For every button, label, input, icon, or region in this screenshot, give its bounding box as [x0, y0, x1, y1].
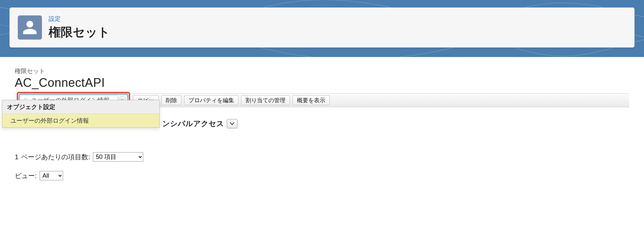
page-band: 設定 権限セット [0, 0, 644, 57]
page-header-texts: 設定 権限セット [49, 15, 110, 41]
breadcrumb-dropdown-button[interactable] [227, 119, 237, 128]
chevron-down-icon [230, 122, 234, 125]
section-title: AC_ConnectAPI [15, 76, 629, 90]
permission-set-icon [18, 15, 42, 40]
page-header-card: 設定 権限セット [9, 7, 635, 48]
page-eyebrow: 設定 [49, 15, 110, 23]
view-select[interactable]: All [40, 171, 63, 180]
edit-properties-button[interactable]: プロパティを編集 [184, 95, 238, 105]
search-suggest-panel: オブジェクト設定 ユーザーの外部ログイン情報 [2, 100, 160, 128]
page-size-row: 1 ページあたりの項目数: 50 項目 [15, 152, 629, 162]
section-label: 権限セット [15, 67, 629, 75]
page-size-count: 1 [15, 153, 18, 161]
breadcrumb-row: ンシパルアクセス [162, 119, 629, 129]
page-title: 権限セット [49, 24, 110, 41]
show-summary-button[interactable]: 概要を表示 [292, 95, 330, 105]
content: 権限セット AC_ConnectAPI コピー 削除 プロパティを編集 割り当て… [0, 57, 644, 180]
view-row: ビュー: All [15, 171, 629, 180]
page-size-label: ページあたりの項目数: [21, 153, 90, 162]
manage-assignments-button[interactable]: 割り当ての管理 [241, 95, 290, 105]
breadcrumb-fragment: ンシパルアクセス [162, 119, 224, 129]
suggest-item[interactable]: ユーザーの外部ログイン情報 [2, 114, 159, 127]
suggest-group-header: オブジェクト設定 [2, 100, 159, 114]
delete-button[interactable]: 削除 [161, 95, 181, 105]
lower-controls: 1 ページあたりの項目数: 50 項目 ビュー: All [15, 152, 629, 180]
view-label: ビュー: [15, 171, 37, 180]
page-size-select[interactable]: 50 項目 [93, 152, 143, 162]
